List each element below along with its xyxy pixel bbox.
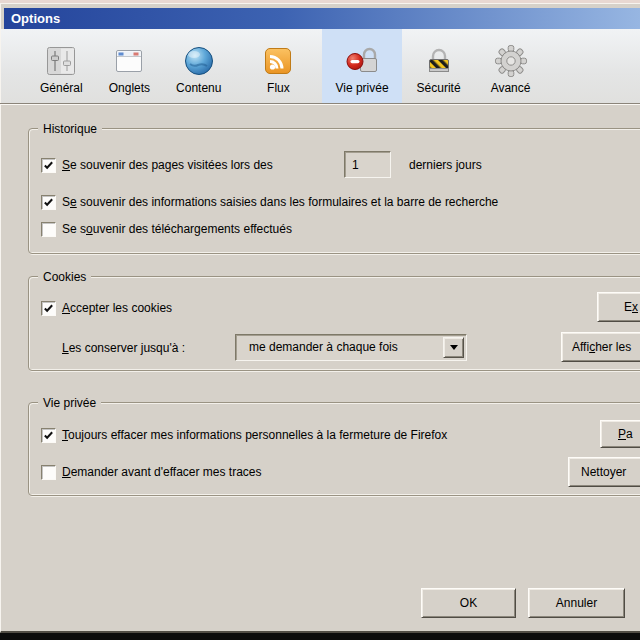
- title-bar[interactable]: Options: [4, 8, 640, 29]
- label-accesskey: D: [62, 465, 71, 479]
- label-accesskey: S: [62, 158, 70, 172]
- check-icon: [43, 197, 54, 208]
- toolbar-separator-highlight: [0, 104, 640, 105]
- globe-icon: [182, 44, 216, 78]
- group-vie-privee: Vie privée: [28, 402, 640, 496]
- group-vie-privee-legend: Vie privée: [38, 395, 101, 411]
- clear-now-button[interactable]: Nettoyer: [568, 457, 640, 487]
- label-post: es conserver jusqu'à :: [69, 341, 185, 355]
- screen: Options Général Onglets: [0, 0, 640, 640]
- label-post: uvenir des téléchargements effectués: [93, 222, 292, 236]
- checkbox-always-clear-label[interactable]: Toujours effacer mes informations person…: [62, 428, 447, 442]
- label-post: emander avant d'effacer mes traces: [71, 465, 262, 479]
- rss-icon: [261, 44, 295, 78]
- group-cookies-legend: Cookies: [38, 269, 91, 285]
- checkbox-ask-before-clear-label[interactable]: Demander avant d'effacer mes traces: [62, 465, 262, 479]
- days-suffix-label: derniers jours: [409, 158, 482, 172]
- check-icon: [43, 303, 54, 314]
- checkbox-ask-before-clear[interactable]: [41, 465, 56, 480]
- tab-contenu[interactable]: Contenu: [163, 29, 234, 103]
- label-accesskey: L: [62, 341, 69, 355]
- label-pre: Nettoyer: [581, 465, 626, 479]
- tab-securite-label: Sécurité: [417, 81, 461, 95]
- tab-vie-privee-label: Vie privée: [335, 81, 388, 95]
- tab-onglets[interactable]: Onglets: [96, 29, 163, 103]
- show-cookies-button[interactable]: Afficher les: [561, 332, 640, 362]
- label-accesskey: e: [70, 195, 77, 209]
- checkbox-remember-downloads[interactable]: [41, 222, 56, 237]
- ok-button[interactable]: OK: [421, 588, 516, 618]
- group-historique-legend: Historique: [38, 121, 102, 137]
- checkbox-accept-cookies[interactable]: [41, 301, 56, 316]
- tab-flux[interactable]: Flux: [234, 29, 322, 103]
- label-post: souvenir des informations saisies dans l…: [77, 195, 499, 209]
- days-input[interactable]: [344, 151, 391, 178]
- label-pre: Se s: [62, 222, 86, 236]
- tab-general-label: Général: [40, 81, 83, 95]
- label-pre: S: [62, 195, 70, 209]
- tab-securite[interactable]: Sécurité: [402, 29, 476, 103]
- category-toolbar: Général Onglets: [1, 29, 640, 103]
- checkbox-remember-downloads-label[interactable]: Se souvenir des téléchargements effectué…: [62, 222, 292, 236]
- security-lock-icon: [422, 44, 456, 78]
- label-accesskey: A: [62, 301, 70, 315]
- checkbox-accept-cookies-label[interactable]: Accepter les cookies: [62, 301, 172, 315]
- gear-icon: [494, 44, 528, 78]
- checkbox-always-clear[interactable]: [41, 428, 56, 443]
- keep-until-label: Les conserver jusqu'à :: [62, 341, 185, 355]
- label-pre: Affi: [572, 340, 589, 354]
- keep-until-dropdown-value: me demander à chaque fois: [249, 335, 398, 360]
- label-post: oujours effacer mes informations personn…: [68, 428, 447, 442]
- check-icon: [43, 160, 54, 171]
- window-title: Options: [11, 11, 60, 26]
- settings-button[interactable]: Pa: [600, 420, 640, 448]
- label-accesskey: P: [618, 427, 626, 441]
- tab-avance-label: Avancé: [491, 81, 531, 95]
- privacy-lock-icon: [345, 44, 379, 78]
- cancel-button[interactable]: Annuler: [528, 588, 625, 618]
- dropdown-arrow-button[interactable]: [443, 337, 464, 358]
- checkbox-remember-pages-label[interactable]: Se souvenir des pages visitées lors des: [62, 158, 273, 172]
- check-icon: [43, 430, 54, 441]
- tab-flux-label: Flux: [267, 81, 290, 95]
- tab-vie-privee[interactable]: Vie privée: [322, 29, 401, 103]
- label-accesskey: o: [86, 222, 93, 236]
- tab-avance[interactable]: Avancé: [476, 29, 546, 103]
- tab-contenu-label: Contenu: [176, 81, 221, 95]
- exceptions-button[interactable]: Ex: [597, 292, 640, 322]
- checkbox-remember-forms-label[interactable]: Se souvenir des informations saisies dan…: [62, 195, 498, 209]
- label-accesskey: x: [632, 300, 638, 314]
- sliders-icon: [44, 44, 78, 78]
- label-pre: E: [624, 300, 632, 314]
- keep-until-dropdown[interactable]: me demander à chaque fois: [235, 334, 467, 361]
- label-post: ccepter les cookies: [70, 301, 172, 315]
- tabs-icon: [112, 44, 146, 78]
- label-post: her les: [595, 340, 631, 354]
- checkbox-remember-forms[interactable]: [41, 195, 56, 210]
- label-post: a: [626, 427, 633, 441]
- checkbox-remember-pages[interactable]: [41, 158, 56, 173]
- tab-onglets-label: Onglets: [109, 81, 150, 95]
- chevron-down-icon: [450, 345, 458, 350]
- label-post: e souvenir des pages visitées lors des: [70, 158, 273, 172]
- tab-general[interactable]: Général: [27, 29, 96, 103]
